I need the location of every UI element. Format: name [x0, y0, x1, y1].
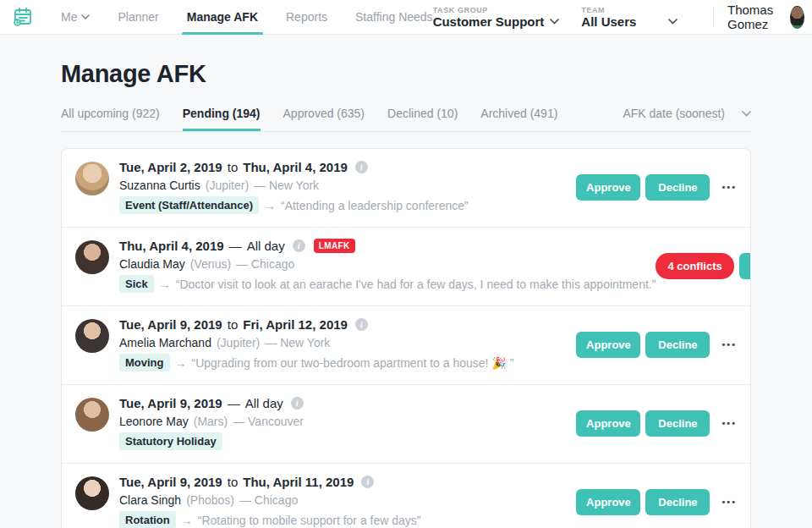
date-end: Fri, April 12, 2019: [243, 317, 348, 332]
lmafk-badge: LMAFK: [314, 239, 355, 253]
divider: [713, 8, 714, 26]
header-right: TASK GROUP Customer Support TEAM All Use…: [433, 3, 804, 31]
sort-dropdown[interactable]: AFK date (soonest): [623, 107, 751, 131]
date-end: All day: [247, 239, 285, 253]
approve-button[interactable]: Approve: [576, 174, 640, 201]
date-start: Tue, April 2, 2019: [119, 160, 222, 174]
nav-item-label: Staffing Needs: [355, 10, 433, 24]
team-label: TEAM: [581, 6, 678, 14]
nav-item-staffing-needs[interactable]: Staffing Needs: [355, 0, 433, 35]
employee-team: (Venus): [190, 257, 231, 271]
nav-item-planner[interactable]: Planner: [118, 0, 158, 35]
nav-item-me[interactable]: Me: [61, 0, 90, 35]
nav-item-reports[interactable]: Reports: [286, 0, 327, 35]
afk-request-list: Tue, April 2, 2019 to Thu, April 4, 2019…: [61, 148, 751, 528]
nav-item-manage-afk[interactable]: Manage AFK: [187, 0, 258, 35]
info-icon[interactable]: i: [355, 161, 368, 173]
more-menu-icon[interactable]: •••: [721, 497, 737, 507]
approve-button[interactable]: Approve: [576, 489, 640, 515]
date-start: Tue, April 9, 2019: [119, 396, 222, 410]
task-group-selector[interactable]: TASK GROUP Customer Support: [433, 6, 560, 29]
info-icon[interactable]: i: [361, 476, 374, 488]
afk-request-row: Tue, April 9, 2019 to Thu, April 11, 201…: [62, 463, 750, 528]
afk-request-row: Tue, April 2, 2019 to Thu, April 4, 2019…: [62, 149, 750, 227]
avatar: [75, 398, 109, 432]
arrow-icon: →: [175, 356, 187, 370]
date-end: All day: [245, 396, 283, 410]
approve-button[interactable]: Approve: [576, 332, 640, 358]
app-logo-calendar-icon[interactable]: [12, 6, 34, 28]
employee-name: Claudia May: [119, 257, 185, 271]
employee-team: (Phobos): [186, 493, 234, 507]
more-menu-icon[interactable]: •••: [721, 339, 737, 349]
info-icon[interactable]: i: [355, 318, 368, 331]
date-start: Tue, April 9, 2019: [119, 475, 222, 489]
chevron-down-icon: [81, 14, 90, 19]
date-start: Tue, April 9, 2019: [119, 317, 222, 332]
request-details: Thu, April 4, 2019 — All day i LMAFK Cla…: [119, 239, 656, 293]
date-connector: to: [228, 475, 239, 489]
employee-location: — New York: [254, 179, 319, 192]
row-actions: Approve Decline •••: [571, 489, 737, 515]
employee-name: Leonore May: [119, 415, 189, 428]
decline-button[interactable]: Decline: [645, 489, 710, 515]
request-details: Tue, April 9, 2019 to Thu, April 11, 201…: [119, 475, 571, 528]
request-details: Tue, April 9, 2019 — All day i Leonore M…: [119, 396, 571, 450]
top-navigation-bar: Me Planner Manage AFK Reports Staffing N…: [0, 0, 812, 35]
avatar: [75, 319, 109, 353]
ok-button[interactable]: OK: [739, 253, 751, 279]
employee-team: (Mars): [194, 415, 228, 428]
tab-archived[interactable]: Archived (491): [480, 107, 557, 131]
nav-item-label: Reports: [286, 10, 327, 24]
team-selector[interactable]: TEAM All Users: [581, 6, 678, 29]
chevron-down-icon: [742, 111, 751, 117]
chevron-down-icon: [668, 19, 678, 25]
nav-item-label: Me: [61, 10, 77, 24]
employee-location: — Chicago: [239, 493, 298, 507]
date-connector: to: [228, 317, 239, 332]
decline-button[interactable]: Decline: [645, 174, 710, 201]
more-menu-icon[interactable]: •••: [721, 182, 737, 192]
employee-team: (Jupiter): [206, 179, 249, 192]
user-menu[interactable]: Thomas Gomez: [727, 3, 804, 31]
conflicts-badge[interactable]: 4 conflicts: [656, 253, 733, 279]
team-value: All Users: [581, 14, 636, 29]
info-icon[interactable]: i: [291, 397, 304, 410]
date-connector: —: [228, 396, 240, 410]
tab-pending[interactable]: Pending (194): [183, 107, 261, 131]
more-menu-icon[interactable]: •••: [721, 418, 737, 428]
info-icon[interactable]: i: [293, 239, 305, 252]
tab-all-upcoming[interactable]: All upcoming (922): [61, 107, 160, 131]
request-note: “Attending a leadership conference”: [281, 199, 469, 212]
status-tabs: All upcoming (922) Pending (194) Approve…: [61, 107, 751, 132]
approve-button[interactable]: Approve: [576, 410, 640, 437]
decline-button[interactable]: Decline: [645, 332, 710, 358]
afk-type-tag: Moving: [119, 354, 170, 371]
row-actions: 4 conflicts OK •••: [656, 253, 751, 279]
employee-name: Suzanna Curtis: [119, 179, 200, 192]
primary-nav: Me Planner Manage AFK Reports Staffing N…: [61, 0, 433, 35]
user-name: Thomas Gomez: [727, 3, 782, 31]
request-details: Tue, April 9, 2019 to Fri, April 12, 201…: [119, 317, 571, 371]
request-details: Tue, April 2, 2019 to Thu, April 4, 2019…: [119, 160, 571, 214]
row-actions: Approve Decline •••: [571, 332, 737, 358]
page-title: Manage AFK: [61, 60, 751, 88]
tab-declined[interactable]: Declined (10): [387, 107, 458, 131]
date-connector: to: [228, 160, 239, 174]
date-end: Thu, April 11, 2019: [243, 475, 354, 489]
afk-type-tag: Event (Staff/Attendance): [119, 196, 259, 214]
date-start: Thu, April 4, 2019: [119, 239, 224, 253]
task-group-label: TASK GROUP: [433, 6, 560, 14]
employee-name: Clara Singh: [119, 493, 181, 507]
request-note: “Upgrading from our two-bedroom apartmen…: [192, 356, 514, 370]
arrow-icon: →: [264, 199, 276, 212]
afk-type-tag: Rotation: [119, 511, 176, 528]
date-connector: —: [229, 239, 242, 253]
row-actions: Approve Decline •••: [571, 174, 737, 201]
decline-button[interactable]: Decline: [645, 410, 710, 437]
employee-name: Amelia Marchand: [119, 336, 211, 349]
request-note: “Doctor visit to look at an earache I've…: [176, 278, 656, 291]
employee-team: (Jupiter): [217, 336, 260, 349]
tab-approved[interactable]: Approved (635): [283, 107, 365, 131]
request-note: “Rotating to mobile support for a few da…: [198, 514, 421, 527]
